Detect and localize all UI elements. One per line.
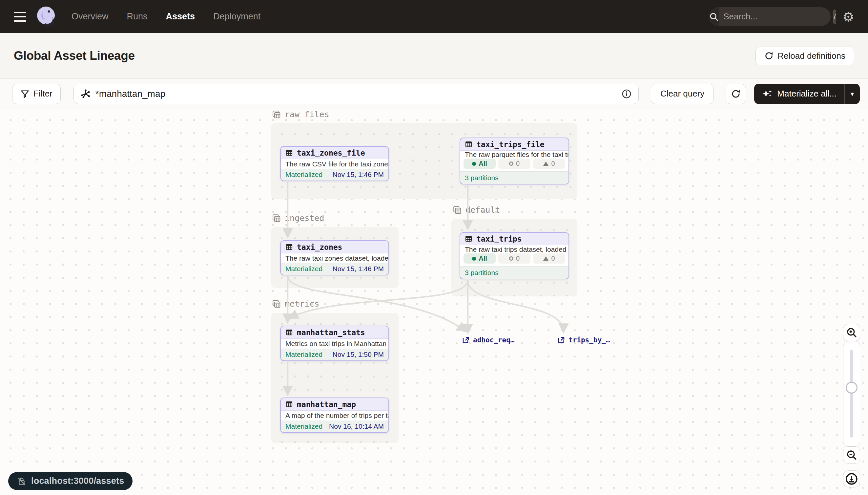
partitions-count[interactable]: 3 partitions: [460, 171, 568, 184]
dagster-logo-icon[interactable]: [35, 5, 58, 28]
global-search[interactable]: /: [709, 7, 831, 26]
group-label-raw-files[interactable]: raw_files: [272, 109, 329, 119]
triangle-icon: [543, 256, 548, 261]
tab-deployment[interactable]: Deployment: [213, 12, 261, 22]
asset-node-taxi-zones[interactable]: taxi_zones The raw taxi zones dataset, l…: [280, 240, 389, 275]
partitions-failed-badge[interactable]: 0: [533, 158, 565, 169]
tab-overview[interactable]: Overview: [72, 12, 109, 22]
filter-button[interactable]: Filter: [12, 84, 61, 104]
asset-description: The raw taxi trips dataset, loaded into …: [460, 245, 568, 253]
page-header: Global Asset Lineage Reload definitions: [0, 33, 868, 79]
zoom-in-button[interactable]: [843, 324, 860, 341]
partitions-all-badge[interactable]: All: [463, 158, 496, 169]
asset-status: Materialized: [285, 265, 322, 273]
tab-assets[interactable]: Assets: [166, 12, 195, 22]
table-icon: [285, 243, 293, 251]
table-icon: [285, 400, 293, 408]
download-icon: [845, 473, 858, 485]
gear-icon[interactable]: ⚙: [843, 10, 854, 23]
tab-runs[interactable]: Runs: [127, 12, 148, 22]
partition-health-badges: All 0 0: [460, 253, 568, 266]
dagster-app: Overview Runs Assets Deployment / ⚙ Glob…: [0, 0, 868, 495]
browser-url-pill: localhost:3000/assets: [8, 472, 132, 490]
table-icon: [465, 235, 472, 243]
partitions-all-badge[interactable]: All: [463, 253, 496, 263]
asset-name: manhattan_stats: [297, 328, 365, 337]
clear-query-button[interactable]: Clear query: [651, 84, 714, 104]
asset-node-manhattan-stats[interactable]: manhattan_stats Metrics on taxi trips in…: [280, 326, 389, 361]
asset-node-taxi-trips-file[interactable]: taxi_trips_file The raw parquet files fo…: [460, 138, 569, 185]
asset-description: The raw parquet files for the taxi trips…: [460, 151, 568, 158]
asset-timestamp[interactable]: Nov 15, 1:50 PM: [333, 351, 384, 358]
asset-description: Metrics on taxi trips in Manhattan: [281, 339, 388, 348]
info-icon[interactable]: [621, 89, 632, 99]
partitions-failed-badge[interactable]: 0: [533, 253, 565, 263]
asset-status: Materialized: [285, 171, 322, 178]
materialize-dropdown-caret[interactable]: ▾: [845, 84, 860, 104]
asset-description: The raw taxi zones dataset, loaded int..…: [281, 253, 388, 263]
ring-icon: [509, 161, 513, 166]
asset-selection-input[interactable]: [73, 84, 639, 104]
table-icon: [285, 149, 293, 157]
partitions-count[interactable]: 3 partitions: [460, 266, 568, 279]
reload-icon: [764, 51, 774, 61]
asset-group-icon: [453, 206, 462, 214]
asset-group-icon: [272, 300, 281, 308]
insecure-lock-icon: [17, 476, 26, 486]
search-input[interactable]: [719, 12, 833, 22]
asset-timestamp[interactable]: Nov 15, 1:46 PM: [333, 265, 384, 273]
url-text: localhost:3000/assets: [31, 476, 124, 486]
refresh-button[interactable]: [726, 84, 746, 104]
group-label-default[interactable]: default: [453, 205, 500, 215]
partition-health-badges: All 0 0: [460, 158, 568, 171]
asset-status: Materialized: [285, 351, 322, 358]
lineage-canvas[interactable]: raw_files ingested default metrics: [0, 109, 868, 495]
asset-description: The raw CSV file for the taxi zones dat.…: [281, 159, 388, 169]
search-icon: [709, 7, 719, 26]
green-dot-icon: [472, 162, 476, 166]
graph-query-icon: [81, 89, 91, 99]
asset-name: taxi_trips_file: [476, 140, 545, 149]
hamburger-menu-icon[interactable]: [14, 12, 26, 22]
asset-group-icon: [272, 110, 281, 119]
asset-name: taxi_zones_file: [297, 149, 365, 157]
sparkle-icon: [762, 89, 773, 99]
refresh-icon: [731, 89, 741, 99]
asset-name: taxi_trips: [476, 235, 521, 243]
table-icon: [285, 328, 293, 336]
group-label-ingested[interactable]: ingested: [272, 214, 324, 223]
asset-timestamp[interactable]: Nov 16, 10:14 AM: [329, 423, 384, 430]
zoom-out-button[interactable]: [843, 446, 860, 463]
external-link-icon: [557, 336, 565, 344]
materialize-all-button[interactable]: Materialize all...: [754, 84, 844, 104]
asset-timestamp[interactable]: Nov 15, 1:46 PM: [333, 171, 384, 178]
search-shortcut-badge: /: [833, 10, 836, 24]
external-asset-adhoc-request[interactable]: adhoc_req…: [462, 336, 514, 344]
asset-name: manhattan_map: [297, 400, 356, 409]
download-image-button[interactable]: [843, 471, 860, 488]
zoom-slider[interactable]: [843, 341, 860, 446]
asset-node-manhattan-map[interactable]: manhattan_map A map of the number of tri…: [280, 397, 389, 433]
page-title: Global Asset Lineage: [14, 49, 135, 63]
zoom-slider-handle[interactable]: [846, 382, 857, 394]
group-label-metrics[interactable]: metrics: [272, 299, 319, 309]
asset-node-taxi-trips[interactable]: taxi_trips The raw taxi trips dataset, l…: [460, 232, 569, 279]
green-dot-icon: [472, 257, 476, 261]
nav-tabs: Overview Runs Assets Deployment: [72, 12, 261, 22]
asset-node-taxi-zones-file[interactable]: taxi_zones_file The raw CSV file for the…: [280, 146, 389, 181]
partitions-missing-badge[interactable]: 0: [498, 158, 530, 169]
lineage-toolbar: Filter Clear query Material: [0, 79, 868, 109]
zoom-slider-track[interactable]: [850, 350, 853, 438]
asset-selection-value[interactable]: [95, 89, 617, 99]
asset-group-icon: [272, 214, 281, 223]
partitions-missing-badge[interactable]: 0: [498, 253, 530, 263]
reload-definitions-button[interactable]: Reload definitions: [756, 47, 854, 65]
asset-name: taxi_zones: [297, 243, 342, 252]
table-icon: [465, 140, 472, 148]
external-asset-trips-by[interactable]: trips_by_…: [557, 336, 610, 344]
asset-status: Materialized: [285, 423, 322, 430]
zoom-in-icon: [846, 327, 857, 338]
asset-description: A map of the number of trips per taxi z.…: [281, 411, 388, 421]
materialize-all-split-button: Materialize all... ▾: [754, 84, 860, 104]
ring-icon: [509, 256, 513, 261]
